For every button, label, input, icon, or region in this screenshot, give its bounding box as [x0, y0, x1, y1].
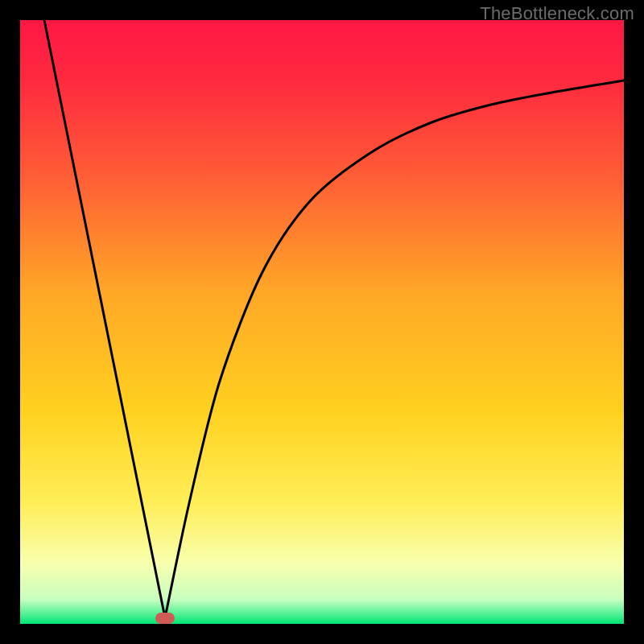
minimum-point-marker [155, 613, 175, 624]
chart-frame: TheBottleneck.com [0, 0, 644, 644]
plot-area [20, 20, 624, 624]
bottleneck-curve [20, 20, 624, 624]
